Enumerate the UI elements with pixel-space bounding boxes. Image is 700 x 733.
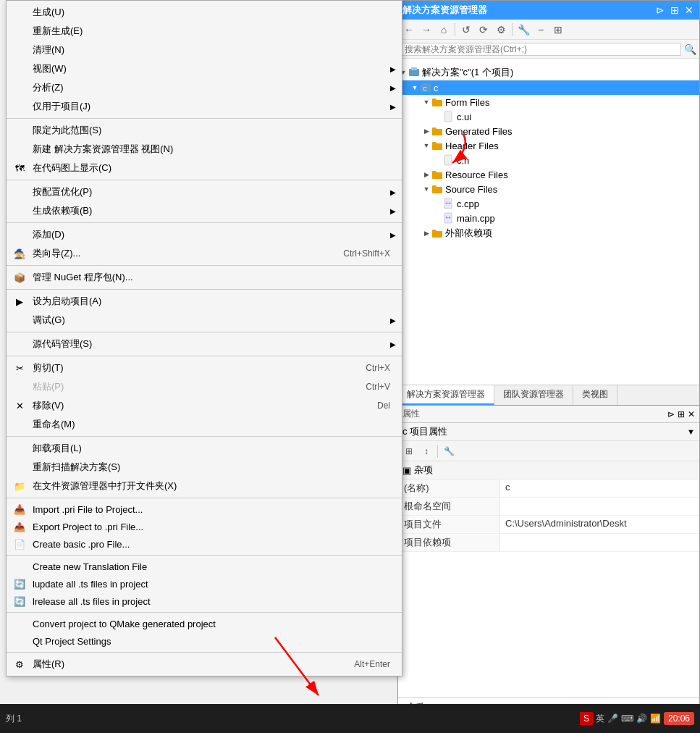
menu-item-remove[interactable]: ✕移除(V)Del [7,396,402,415]
menu-separator [7,498,402,498]
toolbar-extra-btn[interactable]: ⊞ [550,22,566,38]
tree-item-generated_files[interactable]: ▶Generated Files [398,124,699,138]
properties-panel: 属性 ⊳ ⊞ ✕ c 项目属性 ▼ ⊞ ↕ 🔧 ▣杂项(名称)c根命名空间项目文… [397,406,700,732]
props-group-header[interactable]: ▣杂项 [398,461,699,479]
menu-item-generate[interactable]: 生成(U) [7,3,402,22]
tree-item-header_files[interactable]: ▼Header Files [398,138,699,153]
props-grid-btn[interactable]: ⊞ [401,443,417,459]
tree-expander[interactable]: ▶ [421,127,431,135]
toolbar-refresh-btn[interactable]: ↺ [458,22,474,38]
menu-item-rescan_solution[interactable]: 重新扫描解决方案(S) [7,458,402,477]
tree-item-external_deps[interactable]: ▶外部依赖项 [398,225,699,241]
prop-value [499,534,699,551]
tree-item-source_files[interactable]: ▼Source Files [398,182,699,196]
se-tab-2[interactable]: 类视图 [573,385,617,405]
menu-arrow-view: ▶ [390,65,396,73]
tree-node-icon [431,227,443,239]
tree-expander[interactable]: ▼ [421,142,431,149]
tree-item-c_h[interactable]: c.h [398,153,699,167]
menu-item-regenerate[interactable]: 重新生成(E) [7,22,402,41]
menu-item-debug[interactable]: 调试(G)▶ [7,311,402,330]
menu-item-only_for_project[interactable]: 仅用于项目(J)▶ [7,97,402,116]
tree-item-c_cpp[interactable]: ++c.cpp [398,196,699,211]
menu-item-set_startup[interactable]: ▶设为启动项目(A) [7,292,402,311]
clock: 20:06 [664,712,694,725]
se-search-input[interactable] [401,43,681,56]
group-label: 杂项 [414,464,433,477]
menu-item-properties[interactable]: ⚙属性(R)Alt+Enter [7,655,402,674]
toolbar-stop-btn[interactable]: ⟳ [476,22,492,38]
menu-item-lrelease[interactable]: 🔄lrelease all .ts files in project [7,592,402,610]
props-row: (名称)c [398,479,699,498]
menu-separator [7,612,402,613]
tree-item-c_ui[interactable]: c.ui [398,109,699,124]
toolbar-settings-btn[interactable]: ⚙ [493,22,509,38]
group-collapse-icon: ▣ [402,465,411,476]
menu-item-qt_settings[interactable]: Qt Project Settings [7,632,402,650]
menu-item-limit_scope[interactable]: 限定为此范围(S) [7,121,402,140]
close-icon[interactable]: ✕ [683,4,695,16]
props-pin-icon[interactable]: ⊳ [667,409,675,419]
lang-indicator: 英 [596,713,604,725]
menu-icon-show_in_codemap: 🗺 [11,163,28,174]
menu-item-nuget[interactable]: 📦管理 NuGet 程序包(N)... [7,268,402,287]
ime-indicator[interactable]: S [580,712,593,725]
props-close-icon[interactable]: ✕ [688,409,695,419]
se-tab-0[interactable]: 解决方案资源管理器 [398,385,494,405]
menu-item-view[interactable]: 视图(W)▶ [7,59,402,78]
menu-icon-nuget: 📦 [11,272,28,283]
props-dock-icon[interactable]: ⊞ [678,409,685,419]
svg-text:++: ++ [445,215,451,220]
se-tab-1[interactable]: 团队资源管理器 [494,385,573,405]
menu-item-convert_qmake[interactable]: Convert project to QMake generated proje… [7,615,402,632]
menu-item-add[interactable]: 添加(D)▶ [7,225,402,244]
props-content: ▣杂项(名称)c根命名空间项目文件C:\Users\Administrator\… [398,461,699,698]
tree-item-form_files[interactable]: ▼Form Files [398,95,699,109]
toolbar-tools-btn[interactable]: 🔧 [515,22,531,38]
menu-item-rename[interactable]: 重命名(M) [7,415,402,434]
tree-item-resource_files[interactable]: ▶Resource Files [398,167,699,182]
menu-label-import_pri: Import .pri File to Project... [33,504,390,515]
menu-item-clean[interactable]: 清理(N) [7,41,402,59]
prop-name: 项目文件 [398,516,499,533]
toolbar-forward-btn[interactable]: → [418,22,434,38]
menu-item-open_in_explorer[interactable]: 📁在文件资源管理器中打开文件夹(X) [7,477,402,495]
menu-item-show_in_codemap[interactable]: 🗺在代码图上显示(C) [7,159,402,177]
dock-icon[interactable]: ⊞ [669,4,680,16]
tree-item-main_cpp[interactable]: ++main.cpp [398,211,699,225]
tree-node-icon: ++ [443,212,455,224]
tree-item-project_c[interactable]: ▼Cc [398,80,699,95]
menu-item-analyze[interactable]: 分析(Z)▶ [7,78,402,97]
context-menu[interactable]: 生成(U)重新生成(E)清理(N)视图(W)▶分析(Z)▶仅用于项目(J)▶限定… [6,0,402,677]
props-row: 根命名空间 [398,498,699,516]
toolbar-back-btn[interactable]: ← [401,22,417,38]
menu-label-set_startup: 设为启动项目(A) [33,295,390,308]
menu-item-config_optimize[interactable]: 按配置优化(P)▶ [7,183,402,201]
toolbar-home-btn[interactable]: ⌂ [436,22,452,38]
props-sort-btn[interactable]: ↕ [418,443,434,459]
menu-item-unload[interactable]: 卸载项目(L) [7,439,402,458]
menu-item-new_translation[interactable]: Create new Translation File [7,558,402,575]
pin-icon[interactable]: ⊳ [654,4,666,16]
props-tools-btn[interactable]: 🔧 [441,443,457,459]
menu-item-create_pro[interactable]: 📄Create basic .pro File... [7,535,402,553]
tree-item-solution[interactable]: ▼解决方案"c"(1 个项目) [398,64,699,80]
tree-node-label: Header Files [445,141,499,151]
menu-item-lupdate[interactable]: 🔄lupdate all .ts files in project [7,575,402,592]
menu-label-open_in_explorer: 在文件资源管理器中打开文件夹(X) [33,479,390,493]
toolbar-minus-btn[interactable]: − [533,22,549,38]
menu-item-cut[interactable]: ✂剪切(T)Ctrl+X [7,359,402,377]
tree-expander[interactable]: ▶ [421,230,431,237]
tree-expander[interactable]: ▼ [410,84,420,91]
menu-label-rename: 重命名(M) [33,418,390,431]
menu-item-gen_deps[interactable]: 生成依赖项(B)▶ [7,201,402,220]
menu-item-class_wizard[interactable]: 🧙类向导(Z)...Ctrl+Shift+X [7,244,402,263]
menu-item-export_pri[interactable]: 📤Export Project to .pri File... [7,518,402,535]
tree-expander[interactable]: ▶ [421,171,431,178]
menu-item-source_ctrl[interactable]: 源代码管理(S)▶ [7,335,402,353]
props-dropdown-icon[interactable]: ▼ [687,427,695,436]
menu-item-new_se_view[interactable]: 新建 解决方案资源管理器 视图(N) [7,140,402,159]
tree-expander[interactable]: ▼ [421,99,431,106]
tree-expander[interactable]: ▼ [421,185,431,193]
menu-item-import_pri[interactable]: 📥Import .pri File to Project... [7,500,402,518]
